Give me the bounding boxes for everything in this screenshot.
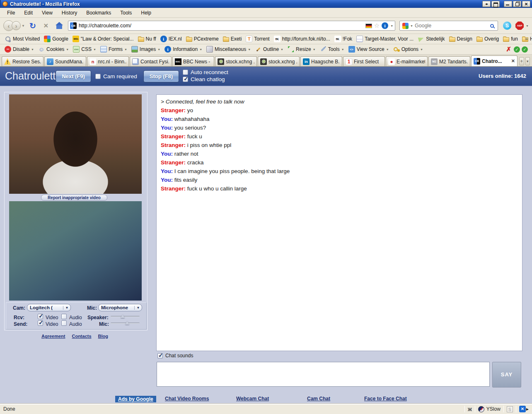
- bookmark-item[interactable]: PCextreme: [184, 35, 221, 43]
- yslow-widget[interactable]: YSlow: [478, 406, 501, 412]
- url-dropdown-icon[interactable]: ▼: [390, 24, 393, 27]
- send-audio-checkbox[interactable]: [61, 320, 67, 326]
- bookmark-item[interactable]: "Law & Order: Special...: [70, 35, 136, 43]
- stylish-icon[interactable]: S: [507, 406, 513, 412]
- stop-load-button[interactable]: ×: [41, 21, 51, 30]
- browser-tab[interactable]: stock.xchng ... ✕: [215, 56, 257, 66]
- abp-dropdown-icon[interactable]: ▼: [526, 24, 529, 27]
- mic-slider-thumb[interactable]: [125, 321, 129, 325]
- browser-tab[interactable]: E-mailmarket... ✕: [386, 56, 428, 66]
- devtool-menu-item[interactable]: Resize ▼: [285, 45, 318, 53]
- speaker-slider-thumb[interactable]: [121, 314, 125, 318]
- tab-list-dropdown-icon[interactable]: ▼: [525, 57, 530, 65]
- say-button[interactable]: SAY: [492, 362, 521, 388]
- footer-link[interactable]: Chat Video Rooms: [165, 396, 209, 402]
- page-info-icon[interactable]: [382, 22, 388, 29]
- devtool-js-valid-icon[interactable]: ✓: [522, 46, 528, 53]
- rcv-video-checkbox[interactable]: [38, 314, 43, 319]
- reload-button[interactable]: ↻: [27, 21, 38, 31]
- report-inappropriate-video-button[interactable]: Report inappropriate video: [41, 195, 107, 201]
- tab-close-icon[interactable]: ✕: [511, 58, 515, 64]
- browser-tab[interactable]: Contact Fysi... ✕: [130, 56, 172, 66]
- menu-item[interactable]: File: [3, 9, 19, 17]
- close-button[interactable]: [522, 1, 530, 7]
- xmarks-icon[interactable]: ✕: [519, 406, 526, 412]
- bookmark-item[interactable]: Design: [447, 35, 474, 43]
- browser-tab[interactable]: BBC News - ... ✕: [172, 56, 214, 66]
- rcv-audio-checkbox[interactable]: [61, 314, 67, 319]
- devtool-menu-item[interactable]: View Source ▼: [346, 45, 391, 53]
- menu-item[interactable]: Help: [137, 9, 155, 17]
- browser-tab[interactable]: nrc.nl - Binn... ✕: [87, 56, 129, 66]
- bookmark-item[interactable]: Overig: [474, 35, 501, 43]
- bookmark-item[interactable]: Torrent: [244, 35, 271, 43]
- bookmark-item[interactable]: Stedelijk: [416, 35, 447, 43]
- footer-link[interactable]: Webcam Chat: [236, 396, 269, 402]
- footer-link[interactable]: Cam Chat: [307, 396, 330, 402]
- search-engine-dropdown-icon[interactable]: ▼: [410, 24, 413, 27]
- bookmark-item[interactable]: Nu ff: [136, 35, 158, 43]
- site-link[interactable]: Agreement: [41, 334, 65, 339]
- browser-tab[interactable]: First Select ✕: [343, 56, 385, 66]
- german-flag-icon[interactable]: [365, 24, 372, 28]
- bookmark-item[interactable]: IEX.nl: [158, 35, 184, 43]
- devtool-css-valid-icon[interactable]: ✓: [514, 46, 520, 53]
- restore-button[interactable]: [513, 1, 521, 7]
- minimize-button[interactable]: [504, 1, 512, 7]
- devtool-error-icon[interactable]: ✗: [506, 46, 511, 53]
- browser-tab[interactable]: M2 Tandarts... ✕: [428, 56, 470, 66]
- devtool-menu-item[interactable]: Outline ▼: [253, 45, 285, 53]
- bookmark-star-icon[interactable]: ☆: [374, 23, 380, 29]
- bookmark-item[interactable]: http://forum.fok.nl/to...: [272, 35, 332, 43]
- browser-tab[interactable]: stock.xchng ... ✕: [258, 56, 300, 66]
- site-link[interactable]: Blog: [98, 334, 108, 339]
- next-button[interactable]: Next (F9): [56, 70, 91, 82]
- cam-select[interactable]: Logitech ( ▼: [27, 304, 71, 311]
- search-go-icon[interactable]: [490, 24, 494, 28]
- menu-item[interactable]: Tools: [116, 9, 135, 17]
- skype-extension-icon[interactable]: S: [503, 22, 511, 30]
- chat-message-input[interactable]: [157, 362, 490, 387]
- footer-link[interactable]: Face to Face Chat: [364, 396, 407, 402]
- chat-sounds-checkbox[interactable]: [157, 353, 163, 359]
- clean-chatlog-checkbox[interactable]: [183, 77, 188, 82]
- auto-reconnect-checkbox[interactable]: [183, 70, 188, 75]
- bookmark-item[interactable]: Google: [42, 35, 70, 43]
- menu-item[interactable]: Edit: [20, 9, 36, 17]
- speaker-volume-slider[interactable]: [111, 313, 140, 319]
- devtool-menu-item[interactable]: Disable ▼: [2, 45, 36, 53]
- bookmark-item[interactable]: fun: [501, 35, 520, 43]
- window-sidebar-toggle-button[interactable]: [482, 1, 491, 7]
- window-rollup-button[interactable]: [491, 1, 500, 7]
- browser-tab[interactable]: Haagsche B... ✕: [300, 56, 342, 66]
- google-search-engine-icon[interactable]: [402, 23, 409, 29]
- browser-tab[interactable]: SoundMana... ✕: [44, 56, 86, 66]
- menu-item[interactable]: View: [38, 9, 56, 17]
- xmarks-dropdown-icon[interactable]: ▶: [526, 407, 529, 411]
- menu-item[interactable]: History: [58, 9, 81, 17]
- browser-tab[interactable]: Restore Ses... ✕: [2, 56, 44, 66]
- browser-tab[interactable]: Chatro... ✕: [471, 55, 517, 66]
- forward-button[interactable]: ›: [12, 21, 21, 30]
- site-link[interactable]: Contacts: [72, 334, 91, 339]
- firebug-icon[interactable]: ж: [468, 406, 472, 412]
- adblock-plus-icon[interactable]: ABP: [515, 22, 524, 30]
- mic-select[interactable]: Microphone ▼: [98, 304, 142, 311]
- devtool-menu-item[interactable]: Information ▼: [162, 45, 204, 53]
- devtool-menu-item[interactable]: Tools ▼: [318, 45, 346, 53]
- footer-link[interactable]: Ads by Google: [115, 396, 156, 402]
- bookmark-item[interactable]: !Fok: [332, 35, 354, 43]
- bookmark-item[interactable]: Exeti: [221, 35, 244, 43]
- stop-button[interactable]: Stop (F8): [143, 70, 179, 82]
- history-dropdown-icon[interactable]: ▼: [22, 24, 25, 28]
- bookmark-item[interactable]: Target-Master, Voor ...: [354, 35, 416, 43]
- url-input[interactable]: [79, 23, 363, 29]
- devtool-menu-item[interactable]: Options ▼: [391, 45, 425, 53]
- search-input[interactable]: [415, 23, 488, 29]
- bookmarks-overflow-chevron[interactable]: »: [522, 36, 530, 42]
- menu-item[interactable]: Bookmarks: [82, 9, 115, 17]
- devtool-menu-item[interactable]: Cookies ▼: [36, 45, 71, 53]
- home-button[interactable]: [56, 22, 63, 29]
- devtool-menu-item[interactable]: CSS ▼: [71, 45, 98, 53]
- devtool-menu-item[interactable]: Images ▼: [129, 45, 162, 53]
